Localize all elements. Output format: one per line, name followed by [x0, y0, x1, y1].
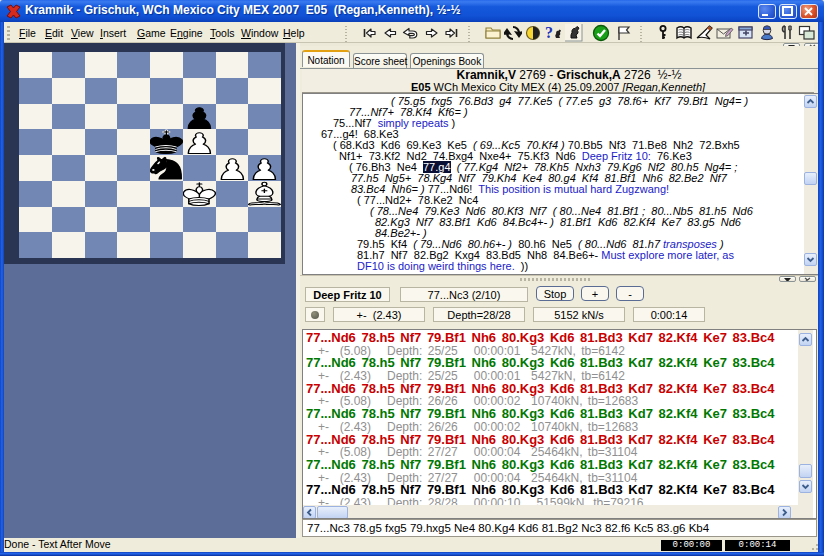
svg-text:?: ? — [545, 24, 553, 41]
